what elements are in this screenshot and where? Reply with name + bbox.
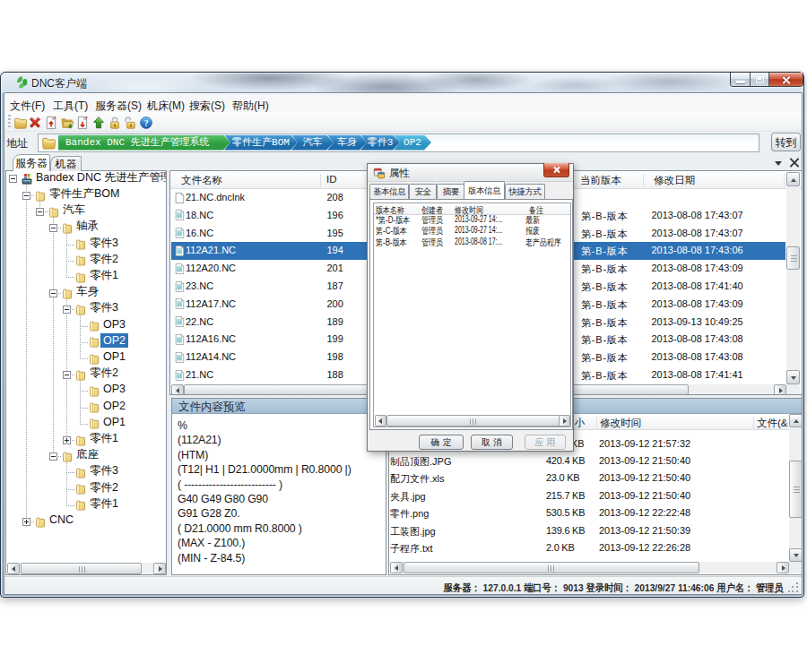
tree-item-label[interactable]: 零件3 xyxy=(87,463,121,478)
ok-button[interactable]: 确 定 xyxy=(419,435,464,450)
scrollbar-thumb[interactable] xyxy=(21,563,142,574)
toolbar-new-file-button[interactable] xyxy=(13,116,29,131)
toolbar-checkout-file-button[interactable] xyxy=(75,116,91,131)
collapse-icon[interactable] xyxy=(49,452,57,461)
toolbar-help-button[interactable] xyxy=(139,116,154,131)
tree-item-车身[interactable]: 车身 xyxy=(6,284,166,300)
go-button[interactable]: 转到 xyxy=(771,133,801,151)
related-hscrollbar[interactable] xyxy=(390,562,789,573)
collapse-icon[interactable] xyxy=(63,306,71,314)
tree-item-零件1[interactable]: 零件1 xyxy=(6,268,166,284)
related-file-row[interactable]: 工装图.jpg139.6 KB2013-09-12 21:50:39 xyxy=(390,522,789,539)
collapse-icon[interactable] xyxy=(36,208,44,216)
scrollbar-button[interactable] xyxy=(777,562,789,573)
related-file-row[interactable]: 制品顶图.JPG420.4 KB2013-09-12 21:50:40 xyxy=(390,452,789,470)
col-id[interactable]: ID xyxy=(326,174,337,185)
tree-item-零件1[interactable]: 零件1 xyxy=(6,496,166,513)
tree-item-label[interactable]: CNC xyxy=(47,513,76,527)
tree-item-零件2[interactable]: 零件2 xyxy=(6,252,166,268)
version-row[interactable]: 第-B-版本管理员2013-08-08 17:...老产品程序 xyxy=(374,237,570,247)
scrollbar-button[interactable] xyxy=(7,563,20,574)
version-hscrollbar[interactable] xyxy=(375,415,570,426)
scrollbar-button[interactable] xyxy=(786,172,800,186)
scrollbar-button[interactable] xyxy=(789,414,803,427)
related-file-row[interactable]: 配刀文件.xls23.0 KB2013-09-12 21:50:40 xyxy=(390,470,789,487)
col-modify-time[interactable]: 修改时间 xyxy=(600,417,641,430)
tree-item-零件2[interactable]: 零件2 xyxy=(6,366,166,382)
dialog-close-button[interactable] xyxy=(543,163,569,177)
tree-item-label[interactable]: OP2 xyxy=(100,333,128,348)
dialog-tab-基本信息[interactable]: 基本信息 xyxy=(369,184,409,199)
tree-item-label[interactable]: 零件2 xyxy=(87,252,121,266)
tree-item-零件生产BOM[interactable]: 零件生产BOM xyxy=(6,186,166,202)
toolbar-delete-button[interactable] xyxy=(28,116,43,131)
scrollbar-thumb[interactable] xyxy=(386,415,562,426)
collapse-icon[interactable] xyxy=(49,289,57,297)
tree-item-label[interactable]: 零件生产BOM xyxy=(47,186,122,201)
resize-grip[interactable] xyxy=(787,582,799,593)
dialog-tab-安全[interactable]: 安全 xyxy=(409,184,437,199)
scrollbar-thumb[interactable] xyxy=(786,246,800,270)
tree-item-label[interactable]: OP1 xyxy=(100,415,128,429)
dialog-tab-快捷方式[interactable]: 快捷方式 xyxy=(505,184,545,199)
tree-item-label[interactable]: 车身 xyxy=(74,284,101,298)
tree-item-零件1[interactable]: 零件1 xyxy=(6,431,166,447)
toolbar-export-folder-button[interactable] xyxy=(60,116,75,131)
scrollbar-button[interactable] xyxy=(774,384,786,395)
version-row[interactable]: *第-D-版本管理员2013-09-27 14:...最新 xyxy=(374,214,570,225)
related-file-row[interactable]: 夹具.jpg215.7 KB2013-09-12 21:50:40 xyxy=(390,487,789,504)
version-row[interactable]: 第-C-版本管理员2013-09-27 14:...报废 xyxy=(374,225,570,236)
panel-menu-caret-icon[interactable] xyxy=(775,161,782,166)
tree-item-零件3[interactable]: 零件3 xyxy=(6,463,166,479)
title-bar[interactable]: DNC客户端 xyxy=(1,73,803,92)
dialog-title-bar[interactable]: 属性 xyxy=(368,164,573,182)
tree-item-轴承[interactable]: 轴承 xyxy=(6,219,166,235)
expand-icon[interactable] xyxy=(63,436,71,444)
toolbar-checkin-file-button[interactable] xyxy=(44,116,59,131)
expand-icon[interactable] xyxy=(22,518,30,526)
col-modify-date[interactable]: 修改日期 xyxy=(654,174,695,187)
scrollbar-thumb[interactable] xyxy=(789,461,803,518)
scrollbar-button[interactable] xyxy=(789,548,803,562)
collapse-icon[interactable] xyxy=(22,192,30,200)
dialog-tab-版本信息[interactable]: 版本信息 xyxy=(464,181,505,199)
tree-item-label[interactable]: 零件1 xyxy=(87,268,121,282)
tab-server[interactable]: 服务器 xyxy=(13,154,50,171)
dialog-tab-摘要[interactable]: 摘要 xyxy=(437,184,465,199)
collapse-icon[interactable] xyxy=(63,371,71,379)
toolbar-upload-button[interactable] xyxy=(91,116,107,131)
col-file[interactable]: 文件(& xyxy=(757,417,788,430)
tree-item-label[interactable]: 零件2 xyxy=(87,366,121,380)
apply-button[interactable]: 应 用 xyxy=(525,435,566,450)
tree-item-底座[interactable]: 底座 xyxy=(6,447,166,463)
scrollbar-button[interactable] xyxy=(375,415,386,426)
tree-item-零件3[interactable]: 零件3 xyxy=(6,236,166,252)
tree-item-label[interactable]: OP2 xyxy=(100,399,128,413)
tree-item-label[interactable]: 汽车 xyxy=(60,202,88,217)
tree-item-零件2[interactable]: 零件2 xyxy=(6,480,166,496)
tree-item-OP1[interactable]: OP1 xyxy=(6,349,166,366)
tree-item-OP3[interactable]: OP3 xyxy=(6,382,166,398)
tree-item-OP3[interactable]: OP3 xyxy=(6,317,166,333)
tree-item-label[interactable]: 底座 xyxy=(74,447,101,461)
col-file-name[interactable]: 文件名称 xyxy=(181,174,222,187)
toolbar-grip[interactable] xyxy=(8,115,11,128)
tree-item-label[interactable]: OP3 xyxy=(100,382,128,396)
cancel-button[interactable]: 取 消 xyxy=(471,435,513,450)
tree-item-汽车[interactable]: 汽车 xyxy=(6,202,166,219)
close-button[interactable] xyxy=(769,73,803,86)
tree-item-Bandex DNC 先进生产管理系统[interactable]: Bandex DNC 先进生产管理系统 xyxy=(6,170,166,186)
tree-hscrollbar[interactable] xyxy=(7,563,166,574)
scrollbar-button[interactable] xyxy=(171,384,184,395)
tree-item-OP1[interactable]: OP1 xyxy=(6,415,166,431)
tree-item-label[interactable]: 零件3 xyxy=(87,236,121,250)
tab-machine[interactable]: 机器 xyxy=(50,156,82,171)
tree-item-label[interactable]: Bandex DNC 先进生产管理系统 xyxy=(33,170,167,185)
panel-close-icon[interactable] xyxy=(789,157,799,167)
address-field[interactable]: Bandex DNC 先进生产管理系统零件生产BOM汽车车身零件3OP2 xyxy=(38,134,759,152)
scrollbar-button[interactable] xyxy=(559,415,570,426)
file-list-vscrollbar[interactable] xyxy=(786,172,800,384)
tree-item-label[interactable]: OP3 xyxy=(100,317,128,332)
breadcrumb-segment-2[interactable]: 零件生产BOM xyxy=(224,135,298,151)
collapse-icon[interactable] xyxy=(9,175,17,183)
